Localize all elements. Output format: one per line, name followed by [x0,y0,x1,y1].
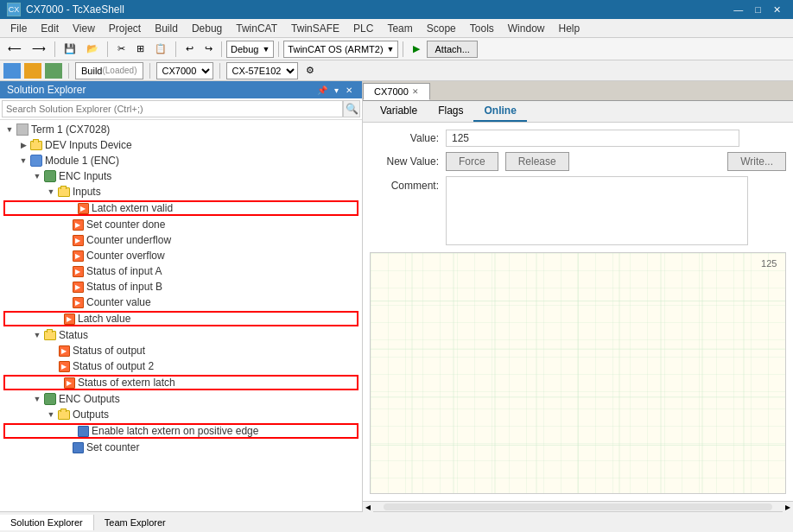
enc-outputs-icon [43,392,57,406]
build-label-btn[interactable]: Build (Loaded) [75,62,143,79]
scroll-right-btn[interactable]: ▸ [783,502,793,512]
tree-node-latch-extern[interactable]: ▶ Latch extern valid [3,200,358,216]
build-icon3[interactable] [45,63,62,79]
right-panel: CX7000 ✕ Variable Flags Online Value: [363,81,793,511]
menu-project[interactable]: Project [102,21,148,36]
menu-window[interactable]: Window [501,21,552,36]
tab-cx7000[interactable]: CX7000 ✕ [363,83,430,100]
expand-module1[interactable]: ▼ [17,155,29,167]
menu-help[interactable]: Help [551,21,587,36]
menu-team[interactable]: Team [380,21,419,36]
comment-textarea[interactable] [446,176,748,245]
expand-inputs[interactable]: ▼ [45,186,57,198]
tab-flags[interactable]: Flags [428,101,473,122]
cut-btn[interactable]: ✂ [112,41,130,58]
tab-variable[interactable]: Variable [370,101,428,122]
paste-btn[interactable]: 📋 [150,41,171,58]
tree-node-module1[interactable]: ▼ Module 1 (ENC) [0,153,362,168]
team-explorer-tab[interactable]: Team Explorer [94,515,176,530]
redo-btn[interactable]: ↪ [200,41,217,58]
menu-build[interactable]: Build [148,21,185,36]
open-btn[interactable]: 📂 [82,41,103,58]
build-icon1[interactable] [3,63,21,79]
menu-twinsafe[interactable]: TwinSAFE [284,21,346,36]
expand-outputs[interactable]: ▼ [45,408,57,421]
window-controls[interactable]: — □ ✕ [728,1,786,18]
undo-btn[interactable]: ↩ [181,41,198,58]
tree-node-status-b[interactable]: ▶ Status of input B [0,279,362,294]
online-content: Value: 125 New Value: Force Release Writ… [363,123,793,252]
tree-node-enable-latch[interactable]: Enable latch extern on positive edge [3,423,358,439]
tree-node-counter-over[interactable]: ▶ Counter overflow [0,248,362,263]
tree-node-inputs[interactable]: ▼ Inputs [0,184,362,200]
more-btn[interactable]: ⚙ [301,62,319,79]
tree-node-dev-inputs[interactable]: ▶ DEV Inputs Device [0,137,362,153]
status-label: Status [59,329,88,341]
menu-scope[interactable]: Scope [420,21,463,36]
forward-btn[interactable]: ⟶ [28,41,50,58]
expand-status[interactable]: ▼ [31,329,43,341]
cx-select[interactable]: CX7000 [156,62,213,79]
config-dropdown[interactable]: Debug ▼ [226,41,274,58]
tree-node-status[interactable]: ▼ Status [0,327,362,343]
set-counter2-icon [71,440,85,454]
menu-tools[interactable]: Tools [463,21,501,36]
target-select[interactable]: CX-57E102 [226,62,298,79]
scroll-left-btn[interactable]: ◂ [363,502,373,512]
menu-file[interactable]: File [3,21,34,36]
search-icon[interactable]: 🔍 [343,100,360,117]
attach-btn[interactable]: Attach... [427,41,477,58]
tree-node-status-extern[interactable]: ▶ Status of extern latch [3,375,358,390]
value-text: 125 [452,132,469,144]
minimize-btn[interactable]: — [728,1,748,18]
menu-view[interactable]: View [66,21,102,36]
main-area: Solution Explorer 📌 ▾ ✕ 🔍 ▼ Term 1 (CX70… [0,81,793,511]
tab-online[interactable]: Online [473,101,526,122]
expand-dev[interactable]: ▶ [17,139,29,151]
chevron-btn[interactable]: ▾ [332,86,341,95]
copy-btn[interactable]: ⊞ [131,41,149,58]
tree-node-outputs[interactable]: ▼ Outputs [0,407,362,422]
target-dropdown[interactable]: TwinCAT OS (ARMT2) ▼ [283,41,398,58]
new-value-label: New Value: [370,155,439,168]
horizontal-scrollbar[interactable]: ◂ ▸ [363,501,793,511]
write-button[interactable]: Write... [727,152,786,171]
close-panel-btn[interactable]: ✕ [343,86,355,95]
tree-node-status-a[interactable]: ▶ Status of input A [0,263,362,279]
play-btn[interactable]: ▶ [408,41,425,58]
pin-btn[interactable]: 📌 [314,86,330,95]
solution-explorer-tab[interactable]: Solution Explorer [0,515,94,530]
expand-term1[interactable]: ▼ [3,124,16,136]
solution-explorer: Solution Explorer 📌 ▾ ✕ 🔍 ▼ Term 1 (CX70… [0,81,363,511]
tree-node-latch-value[interactable]: ▶ Latch value [3,311,358,326]
tree-node-set-counter2[interactable]: Set counter [0,440,362,455]
tree-node-enc-outputs[interactable]: ▼ ENC Outputs [0,391,362,407]
tab-close-btn[interactable]: ✕ [412,87,419,96]
tree-node-term1[interactable]: ▼ Term 1 (CX7028) [0,122,362,137]
build-icon2[interactable] [24,63,41,79]
panel-header-buttons[interactable]: 📌 ▾ ✕ [314,86,355,95]
tree-node-set-counter[interactable]: ▶ Set counter done [0,217,362,232]
counter-over-label: Counter overflow [86,250,165,262]
menu-edit[interactable]: Edit [34,21,66,36]
toolbar: ⟵ ⟶ 💾 📂 ✂ ⊞ 📋 ↩ ↪ Debug ▼ TwinCAT OS (AR… [0,38,793,60]
tree-node-counter-val[interactable]: ▶ Counter value [0,294,362,310]
tree-node-status-out2[interactable]: ▶ Status of output 2 [0,358,362,374]
tree-node-counter-under[interactable]: ▶ Counter underflow [0,232,362,248]
app-icon: CX [7,3,21,16]
release-button[interactable]: Release [505,152,569,171]
save-btn[interactable]: 💾 [60,41,80,58]
tree-node-status-out[interactable]: ▶ Status of output [0,343,362,358]
search-input[interactable] [2,100,343,117]
back-btn[interactable]: ⟵ [3,41,26,58]
force-button[interactable]: Force [446,152,498,171]
build-bar: Build (Loaded) CX7000 CX-57E102 ⚙ [0,60,793,81]
menu-twincat[interactable]: TwinCAT [229,21,284,36]
close-btn[interactable]: ✕ [768,1,786,18]
maximize-btn[interactable]: □ [750,1,766,18]
menu-debug[interactable]: Debug [185,21,229,36]
expand-enc-inputs[interactable]: ▼ [31,170,43,182]
expand-enc-outputs[interactable]: ▼ [31,393,43,405]
menu-plc[interactable]: PLC [346,21,380,36]
tree-node-enc-inputs[interactable]: ▼ ENC Inputs [0,168,362,184]
